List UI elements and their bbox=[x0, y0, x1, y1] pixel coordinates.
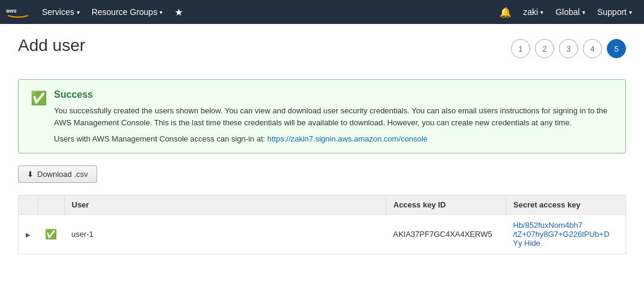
services-chevron-icon: ▾ bbox=[77, 9, 80, 16]
user-menu[interactable]: zaki ▾ bbox=[517, 0, 550, 24]
expand-arrow-icon[interactable]: ▶ bbox=[26, 231, 31, 238]
support-label: Support bbox=[597, 7, 627, 17]
aws-logo[interactable]: aws bbox=[6, 4, 30, 20]
page-title: Add user bbox=[18, 36, 85, 55]
col-header-user: User bbox=[64, 195, 386, 215]
bookmark-icon[interactable]: ★ bbox=[168, 0, 189, 24]
step-5: 5 bbox=[607, 39, 626, 58]
console-link[interactable]: https://zakin7.signin.aws.amazon.com/con… bbox=[267, 134, 428, 143]
download-icon: ⬇ bbox=[27, 170, 34, 179]
resource-groups-menu[interactable]: Resource Groups ▾ bbox=[86, 0, 169, 24]
user-label: zaki bbox=[523, 7, 538, 17]
success-box: ✅ Success You successfully created the u… bbox=[18, 79, 626, 153]
user-cell: user-1 bbox=[64, 215, 386, 254]
success-check-icon: ✅ bbox=[31, 91, 47, 143]
main-content: Add user 1 2 3 4 5 ✅ Success You success… bbox=[0, 24, 644, 266]
nav-right: 🔔 zaki ▾ Global ▾ Support ▾ bbox=[493, 0, 638, 24]
download-csv-button[interactable]: ⬇ Download .csv bbox=[18, 165, 97, 183]
success-content: Success You successfully created the use… bbox=[54, 89, 613, 143]
expand-cell[interactable]: ▶ bbox=[19, 215, 38, 254]
status-cell: ✅ bbox=[38, 215, 64, 254]
access-key-value: AKIA37PF7GC4XA4XERW5 bbox=[393, 230, 492, 239]
bell-icon[interactable]: 🔔 bbox=[493, 0, 517, 24]
username: user-1 bbox=[71, 230, 94, 239]
hide-link[interactable]: Hide bbox=[524, 239, 540, 248]
col-header-access-key: Access key ID bbox=[386, 195, 506, 215]
secret-key-cell: Hb/852fuxNom4bh7 /tZ+07hy8G7+G226tPUb+D … bbox=[506, 215, 626, 254]
download-label: Download .csv bbox=[37, 170, 88, 179]
success-description: You successfully created the users shown… bbox=[54, 105, 613, 128]
user-table: User Access key ID Secret access key ▶ ✅… bbox=[18, 195, 626, 254]
resource-groups-label: Resource Groups bbox=[92, 7, 158, 17]
svg-text:aws: aws bbox=[6, 8, 17, 14]
success-title: Success bbox=[54, 89, 613, 100]
region-chevron-icon: ▾ bbox=[582, 9, 585, 16]
col-header-secret-key: Secret access key bbox=[506, 195, 626, 215]
table-row: ▶ ✅ user-1 AKIA37PF7GC4XA4XERW5 Hb/852fu… bbox=[19, 215, 626, 254]
access-key-cell: AKIA37PF7GC4XA4XERW5 bbox=[386, 215, 506, 254]
col-header-status bbox=[38, 195, 64, 215]
step-indicators: 1 2 3 4 5 bbox=[511, 39, 626, 58]
user-chevron-icon: ▾ bbox=[540, 9, 543, 16]
status-check-icon: ✅ bbox=[45, 229, 57, 239]
navbar: aws Services ▾ Resource Groups ▾ ★ 🔔 zak… bbox=[0, 0, 644, 24]
step-4: 4 bbox=[583, 39, 602, 58]
table-header-row: User Access key ID Secret access key bbox=[19, 195, 626, 215]
success-link-line: Users with AWS Management Console access… bbox=[54, 134, 613, 143]
region-menu[interactable]: Global ▾ bbox=[549, 0, 591, 24]
step-3: 3 bbox=[559, 39, 578, 58]
region-label: Global bbox=[555, 7, 579, 17]
link-prefix: Users with AWS Management Console access… bbox=[54, 134, 267, 143]
services-label: Services bbox=[42, 7, 74, 17]
col-header-expand bbox=[19, 195, 38, 215]
support-menu[interactable]: Support ▾ bbox=[591, 0, 638, 24]
step-1: 1 bbox=[511, 39, 530, 58]
resource-groups-chevron-icon: ▾ bbox=[160, 9, 162, 16]
step-2: 2 bbox=[535, 39, 554, 58]
support-chevron-icon: ▾ bbox=[629, 9, 632, 16]
services-menu[interactable]: Services ▾ bbox=[36, 0, 86, 24]
